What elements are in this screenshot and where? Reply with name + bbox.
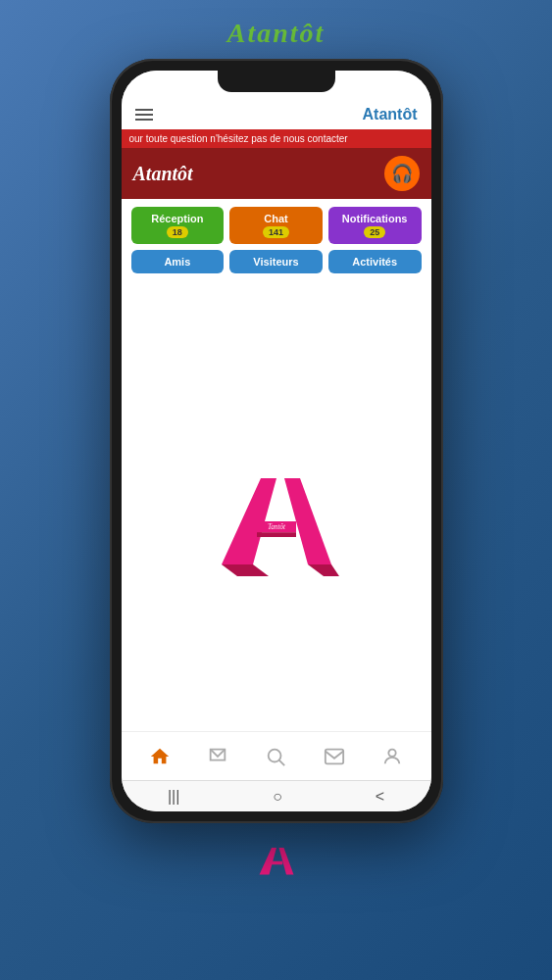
visiteurs-label: Visiteurs <box>253 256 298 268</box>
buttons-area: Réception 18 Chat 141 Notifications 25 A… <box>122 199 431 287</box>
bottom-a-icon <box>252 833 301 882</box>
bottom-app-logo <box>252 833 301 882</box>
svg-point-7 <box>269 749 281 761</box>
bottom-nav <box>122 731 431 780</box>
reception-label: Réception <box>151 213 203 224</box>
activites-label: Activités <box>352 256 397 268</box>
svg-rect-13 <box>270 861 282 865</box>
svg-rect-5 <box>257 532 296 537</box>
svg-line-8 <box>279 760 285 765</box>
svg-marker-2 <box>222 564 269 576</box>
android-recent[interactable]: < <box>376 788 384 806</box>
svg-rect-9 <box>325 749 342 763</box>
svg-marker-3 <box>308 564 339 576</box>
big-logo: Tantôt <box>198 431 355 588</box>
profile-nav[interactable] <box>375 739 410 774</box>
chat-badge: 141 <box>263 226 289 238</box>
activites-button[interactable]: Activités <box>328 250 422 273</box>
mail-nav[interactable] <box>317 739 352 774</box>
amis-button[interactable]: Amis <box>131 250 225 273</box>
svg-point-10 <box>388 749 395 756</box>
visiteurs-button[interactable]: Visiteurs <box>229 250 323 273</box>
ticker-bar: our toute question n'hésitez pas de nous… <box>122 129 431 148</box>
tab-row: Réception 18 Chat 141 Notifications 25 <box>131 207 422 244</box>
a-logo-svg: Tantôt <box>198 431 355 588</box>
logo-banner: Atantôt 🎧 <box>122 148 431 199</box>
hamburger-menu[interactable] <box>135 109 153 121</box>
reception-tab[interactable]: Réception 18 <box>131 207 225 244</box>
android-back[interactable]: ||| <box>168 788 179 806</box>
header-title: Atantôt <box>363 106 418 123</box>
header: Atantôt <box>122 100 431 129</box>
notifications-badge: 25 <box>364 226 385 238</box>
android-home[interactable]: ○ <box>273 788 282 806</box>
search-nav[interactable] <box>258 739 293 774</box>
messages-nav[interactable] <box>200 739 235 774</box>
phone-frame: Atantôt our toute question n'hésitez pas… <box>110 59 443 823</box>
logo-text: Atantôt <box>133 163 193 185</box>
amis-label: Amis <box>164 256 190 268</box>
support-icon[interactable]: 🎧 <box>384 156 420 191</box>
reception-badge: 18 <box>167 226 188 238</box>
chat-label: Chat <box>264 213 287 224</box>
screen: Atantôt our toute question n'hésitez pas… <box>122 71 431 811</box>
svg-text:Tantôt: Tantôt <box>267 523 285 531</box>
ticker-text: our toute question n'hésitez pas de nous… <box>129 133 348 144</box>
notifications-tab[interactable]: Notifications 25 <box>328 207 422 244</box>
app-title-top: Atantôt <box>227 18 326 49</box>
main-content: Tantôt <box>122 287 431 731</box>
notifications-label: Notifications <box>342 213 408 224</box>
chat-tab[interactable]: Chat 141 <box>229 207 323 244</box>
home-nav[interactable] <box>142 739 177 774</box>
secondary-row: Amis Visiteurs Activités <box>131 250 422 273</box>
android-nav: ||| ○ < <box>122 780 431 811</box>
notch <box>218 71 335 92</box>
